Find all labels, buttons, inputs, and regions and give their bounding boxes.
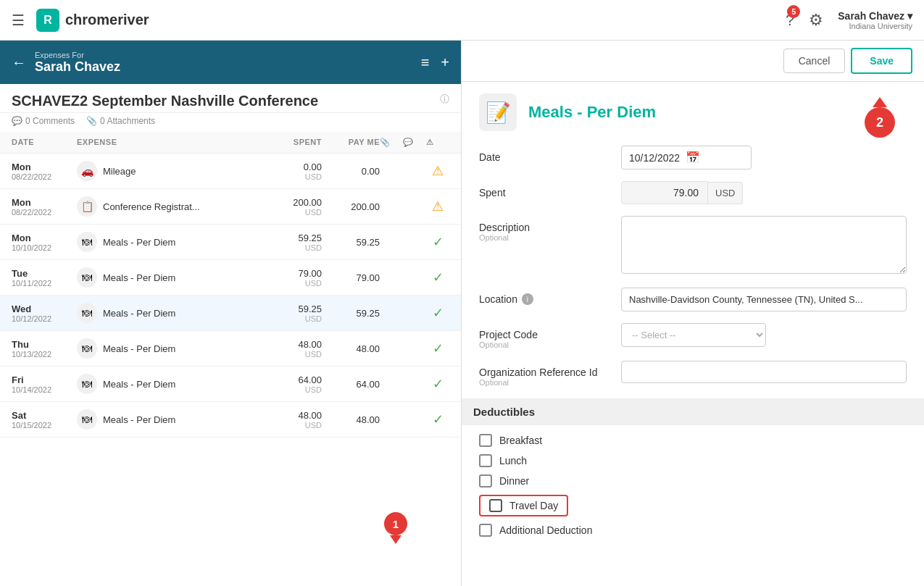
date-cell: Sat 10/15/2022 xyxy=(12,410,77,430)
pay-me-value: 48.00 xyxy=(322,414,380,425)
description-textarea[interactable] xyxy=(621,216,907,274)
header-title: Sarah Chavez xyxy=(35,59,412,75)
travel-day-checkbox[interactable] xyxy=(489,499,502,512)
expense-name-cell: 📋 Conference Registrat... xyxy=(77,196,249,217)
org-ref-form-row: Organization Reference Id Optional xyxy=(479,361,907,387)
date-input[interactable]: 10/12/2022 📅 xyxy=(621,146,752,169)
status-icon: ✓ xyxy=(426,340,449,356)
filter-icon[interactable]: ≡ xyxy=(421,54,430,71)
settings-icon[interactable]: ⚙ xyxy=(809,11,823,30)
travel-day-highlighted-row: Travel Day xyxy=(479,495,568,516)
col-attach: 📎 xyxy=(380,138,403,147)
comments-icon: 💬 xyxy=(12,116,22,126)
amount-currency: USD xyxy=(249,421,322,430)
table-row[interactable]: Mon 10/10/2022 🍽 Meals - Per Diem 59.25 … xyxy=(0,225,461,260)
expense-type-icon: 🍽 xyxy=(77,338,97,359)
save-button[interactable]: Save xyxy=(851,48,912,74)
table-row[interactable]: Mon 08/22/2022 🚗 Mileage 0.00 USD 0.00 xyxy=(0,154,461,189)
additional-deduction-checkbox-row: Additional Deduction xyxy=(479,524,907,537)
amount-value: 48.00 xyxy=(249,339,322,350)
amount-cell: 48.00 USD xyxy=(249,339,322,359)
user-area[interactable]: Sarah Chavez ▾ Indiana University xyxy=(838,10,912,30)
table-row[interactable]: Fri 10/14/2022 🍽 Meals - Per Diem 64.00 … xyxy=(0,367,461,402)
table-row[interactable]: Wed 10/12/2022 🍽 Meals - Per Diem 59.25 … xyxy=(0,296,461,331)
col-pay-me: PAY ME xyxy=(322,138,380,147)
expense-name: Conference Registrat... xyxy=(103,201,200,212)
back-button[interactable]: ← xyxy=(12,54,26,71)
table-row[interactable]: Sat 10/15/2022 🍽 Meals - Per Diem 48.00 … xyxy=(0,402,461,438)
form-title: Meals - Per Diem xyxy=(528,103,656,122)
notification-badge[interactable]: 5 ? xyxy=(786,11,794,30)
expense-name-cell: 🚗 Mileage xyxy=(77,161,249,181)
user-name: Sarah Chavez ▾ xyxy=(838,10,912,22)
location-form-row: Location i xyxy=(479,288,907,311)
form-type-icon: 📝 xyxy=(479,93,517,131)
description-label: Description Optional xyxy=(479,216,609,242)
pay-me-value: 59.25 xyxy=(322,237,380,248)
date-cell: Thu 10/13/2022 xyxy=(12,339,77,359)
amount-cell: 59.25 USD xyxy=(249,233,322,252)
ok-icon: ✓ xyxy=(433,269,444,285)
col-msg: 💬 xyxy=(403,138,426,147)
attachments-icon: 📎 xyxy=(86,116,97,126)
table-row[interactable]: Thu 10/13/2022 🍽 Meals - Per Diem 48.00 … xyxy=(0,331,461,367)
table-row[interactable]: Mon 08/22/2022 📋 Conference Registrat...… xyxy=(0,189,461,225)
breakfast-checkbox[interactable] xyxy=(479,434,492,447)
cancel-button[interactable]: Cancel xyxy=(783,49,846,73)
location-input[interactable] xyxy=(621,288,907,311)
top-nav: ☰ R chromeriver 5 ? ⚙ Sarah Chavez ▾ Ind… xyxy=(0,0,924,41)
report-meta: 💬 0 Comments 📎 0 Attachments xyxy=(0,113,461,132)
callout-2-badge: 2 xyxy=(865,107,895,138)
attachments-meta: 📎 0 Attachments xyxy=(86,116,155,126)
expense-name: Meals - Per Diem xyxy=(103,272,175,283)
row-day: Thu xyxy=(12,339,77,350)
right-header: Cancel Save xyxy=(462,41,924,82)
dinner-checkbox-row: Dinner xyxy=(479,474,907,487)
org-ref-input[interactable] xyxy=(621,361,907,383)
expense-name-cell: 🍽 Meals - Per Diem xyxy=(77,267,249,288)
spent-input[interactable] xyxy=(621,181,708,204)
dinner-checkbox[interactable] xyxy=(479,474,492,487)
currency-badge: USD xyxy=(708,182,743,204)
ok-icon: ✓ xyxy=(433,234,444,250)
additional-deduction-checkbox[interactable] xyxy=(479,524,492,537)
table-row[interactable]: Tue 10/11/2022 🍽 Meals - Per Diem 79.00 … xyxy=(0,260,461,296)
row-date: 10/11/2022 xyxy=(12,279,77,288)
amount-cell: 79.00 USD xyxy=(249,268,322,288)
expense-name-cell: 🍽 Meals - Per Diem xyxy=(77,338,249,359)
logo-text: chromeriver xyxy=(65,12,149,28)
callout-2-arrow xyxy=(873,97,887,107)
expense-name: Meals - Per Diem xyxy=(103,237,175,248)
spent-row: USD xyxy=(621,181,907,204)
col-alert: ⚠ xyxy=(426,138,449,147)
status-icon: ✓ xyxy=(426,234,449,250)
hamburger-icon[interactable]: ☰ xyxy=(12,12,25,29)
location-info-icon[interactable]: i xyxy=(522,293,533,305)
amount-cell: 59.25 USD xyxy=(249,304,322,323)
add-expense-button[interactable]: + xyxy=(441,54,449,71)
date-value: 10/12/2022 xyxy=(629,152,680,164)
expense-name-cell: 🍽 Meals - Per Diem xyxy=(77,409,249,430)
user-org: Indiana University xyxy=(849,22,912,30)
lunch-checkbox[interactable] xyxy=(479,454,492,467)
status-icon: ⚠ xyxy=(426,198,449,214)
org-ref-control xyxy=(621,361,907,383)
project-code-select[interactable]: -- Select -- xyxy=(621,323,766,347)
amount-value: 59.25 xyxy=(249,304,322,314)
row-date: 08/22/2022 xyxy=(12,172,77,181)
spent-label: Spent xyxy=(479,181,609,198)
col-spent: SPENT xyxy=(249,138,322,147)
ok-icon: ✓ xyxy=(433,411,444,427)
deductibles-header: Deductibles xyxy=(462,398,924,425)
project-code-form-row: Project Code Optional -- Select -- xyxy=(479,323,907,349)
pay-me-value: 0.00 xyxy=(322,166,380,177)
left-header: ← Expenses For Sarah Chavez ≡ + xyxy=(0,41,461,84)
row-date: 08/22/2022 xyxy=(12,208,77,217)
amount-currency: USD xyxy=(249,350,322,359)
calendar-icon[interactable]: 📅 xyxy=(686,151,700,164)
report-info-icon[interactable]: ⓘ xyxy=(440,93,449,106)
attachments-count: 0 Attachments xyxy=(100,116,155,126)
lunch-label: Lunch xyxy=(499,455,527,466)
pay-me-value: 64.00 xyxy=(322,379,380,390)
travel-day-label: Travel Day xyxy=(509,500,558,511)
